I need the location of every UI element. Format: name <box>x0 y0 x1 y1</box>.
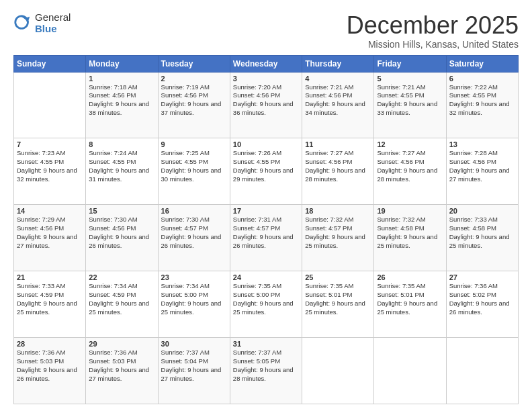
day-number: 18 <box>305 207 371 215</box>
calendar-cell: 15Sunrise: 7:30 AMSunset: 4:56 PMDayligh… <box>86 205 158 271</box>
day-number: 6 <box>449 75 515 83</box>
calendar-week-row: 28Sunrise: 7:36 AMSunset: 5:03 PMDayligh… <box>14 338 519 404</box>
day-info: Sunrise: 7:27 AMSunset: 4:56 PMDaylight:… <box>305 149 371 183</box>
calendar-cell: 23Sunrise: 7:34 AMSunset: 5:00 PMDayligh… <box>158 271 230 338</box>
day-info: Sunrise: 7:27 AMSunset: 4:56 PMDaylight:… <box>377 149 443 183</box>
day-info: Sunrise: 7:21 AMSunset: 4:55 PMDaylight:… <box>377 83 443 118</box>
header-row: Sunday Monday Tuesday Wednesday Thursday… <box>14 55 519 72</box>
day-info: Sunrise: 7:37 AMSunset: 5:05 PMDaylight:… <box>233 349 299 383</box>
day-info: Sunrise: 7:32 AMSunset: 4:57 PMDaylight:… <box>305 216 371 250</box>
day-number: 3 <box>233 75 299 83</box>
day-info: Sunrise: 7:35 AMSunset: 5:01 PMDaylight:… <box>377 282 443 316</box>
calendar-cell: 8Sunrise: 7:24 AMSunset: 4:55 PMDaylight… <box>86 138 158 205</box>
day-info: Sunrise: 7:24 AMSunset: 4:55 PMDaylight:… <box>89 149 154 183</box>
calendar-cell: 5Sunrise: 7:21 AMSunset: 4:55 PMDaylight… <box>374 72 446 138</box>
calendar-cell: 12Sunrise: 7:27 AMSunset: 4:56 PMDayligh… <box>374 138 446 205</box>
logo-general: General <box>35 12 71 24</box>
day-number: 2 <box>161 75 227 83</box>
day-info: Sunrise: 7:30 AMSunset: 4:57 PMDaylight:… <box>161 216 227 250</box>
col-saturday: Saturday <box>446 55 518 72</box>
day-info: Sunrise: 7:22 AMSunset: 4:55 PMDaylight:… <box>449 83 515 118</box>
day-number: 11 <box>305 140 371 148</box>
calendar-cell: 3Sunrise: 7:20 AMSunset: 4:56 PMDaylight… <box>230 72 302 138</box>
calendar-cell: 21Sunrise: 7:33 AMSunset: 4:59 PMDayligh… <box>14 271 86 338</box>
day-number: 16 <box>161 207 227 215</box>
day-number: 13 <box>449 140 515 148</box>
calendar-cell: 29Sunrise: 7:36 AMSunset: 5:03 PMDayligh… <box>86 338 158 404</box>
day-info: Sunrise: 7:33 AMSunset: 4:58 PMDaylight:… <box>449 216 515 250</box>
day-info: Sunrise: 7:35 AMSunset: 5:01 PMDaylight:… <box>305 282 371 316</box>
day-info: Sunrise: 7:21 AMSunset: 4:56 PMDaylight:… <box>305 83 371 118</box>
day-number: 14 <box>17 207 83 215</box>
day-info: Sunrise: 7:37 AMSunset: 5:04 PMDaylight:… <box>161 349 227 383</box>
col-monday: Monday <box>86 55 158 72</box>
day-number: 24 <box>233 273 299 281</box>
day-number: 21 <box>17 273 83 281</box>
calendar-cell: 20Sunrise: 7:33 AMSunset: 4:58 PMDayligh… <box>446 205 518 271</box>
calendar-cell: 19Sunrise: 7:32 AMSunset: 4:58 PMDayligh… <box>374 205 446 271</box>
calendar-week-row: 1Sunrise: 7:18 AMSunset: 4:56 PMDaylight… <box>14 72 519 138</box>
title-section: December 2025 Mission Hills, Kansas, Uni… <box>347 12 519 50</box>
day-info: Sunrise: 7:34 AMSunset: 4:59 PMDaylight:… <box>89 282 154 316</box>
page-header: General Blue December 2025 Mission Hills… <box>13 12 519 50</box>
day-info: Sunrise: 7:31 AMSunset: 4:57 PMDaylight:… <box>233 216 299 250</box>
day-info: Sunrise: 7:33 AMSunset: 4:59 PMDaylight:… <box>17 282 83 316</box>
calendar-week-row: 21Sunrise: 7:33 AMSunset: 4:59 PMDayligh… <box>14 271 519 338</box>
day-info: Sunrise: 7:20 AMSunset: 4:56 PMDaylight:… <box>233 83 299 118</box>
calendar-cell: 25Sunrise: 7:35 AMSunset: 5:01 PMDayligh… <box>302 271 374 338</box>
calendar-cell <box>374 338 446 404</box>
day-info: Sunrise: 7:36 AMSunset: 5:02 PMDaylight:… <box>449 282 515 316</box>
calendar-cell: 14Sunrise: 7:29 AMSunset: 4:56 PMDayligh… <box>14 205 86 271</box>
calendar-cell <box>446 338 518 404</box>
day-info: Sunrise: 7:36 AMSunset: 5:03 PMDaylight:… <box>17 349 83 383</box>
logo-text: General Blue <box>35 12 71 34</box>
calendar-cell: 2Sunrise: 7:19 AMSunset: 4:56 PMDaylight… <box>158 72 230 138</box>
day-number: 1 <box>89 75 154 83</box>
day-number: 10 <box>233 140 299 148</box>
day-info: Sunrise: 7:26 AMSunset: 4:55 PMDaylight:… <box>233 149 299 183</box>
location: Mission Hills, Kansas, United States <box>347 39 519 50</box>
calendar-cell <box>302 338 374 404</box>
calendar-cell: 10Sunrise: 7:26 AMSunset: 4:55 PMDayligh… <box>230 138 302 205</box>
day-info: Sunrise: 7:32 AMSunset: 4:58 PMDaylight:… <box>377 216 443 250</box>
calendar-cell: 27Sunrise: 7:36 AMSunset: 5:02 PMDayligh… <box>446 271 518 338</box>
calendar-table: Sunday Monday Tuesday Wednesday Thursday… <box>13 55 519 404</box>
calendar-cell: 1Sunrise: 7:18 AMSunset: 4:56 PMDaylight… <box>86 72 158 138</box>
day-info: Sunrise: 7:18 AMSunset: 4:56 PMDaylight:… <box>89 83 154 118</box>
day-info: Sunrise: 7:29 AMSunset: 4:56 PMDaylight:… <box>17 216 83 250</box>
logo-icon <box>13 14 32 33</box>
calendar-cell: 9Sunrise: 7:25 AMSunset: 4:55 PMDaylight… <box>158 138 230 205</box>
calendar-cell <box>14 72 86 138</box>
day-number: 30 <box>161 340 227 348</box>
day-info: Sunrise: 7:30 AMSunset: 4:56 PMDaylight:… <box>89 216 154 250</box>
day-number: 5 <box>377 75 443 83</box>
day-number: 28 <box>17 340 83 348</box>
day-info: Sunrise: 7:34 AMSunset: 5:00 PMDaylight:… <box>161 282 227 316</box>
logo: General Blue <box>13 12 71 34</box>
day-number: 25 <box>305 273 371 281</box>
calendar-cell: 22Sunrise: 7:34 AMSunset: 4:59 PMDayligh… <box>86 271 158 338</box>
calendar-cell: 18Sunrise: 7:32 AMSunset: 4:57 PMDayligh… <box>302 205 374 271</box>
day-number: 22 <box>89 273 154 281</box>
day-number: 31 <box>233 340 299 348</box>
day-number: 7 <box>17 140 83 148</box>
calendar-cell: 4Sunrise: 7:21 AMSunset: 4:56 PMDaylight… <box>302 72 374 138</box>
day-number: 27 <box>449 273 515 281</box>
calendar-cell: 26Sunrise: 7:35 AMSunset: 5:01 PMDayligh… <box>374 271 446 338</box>
day-info: Sunrise: 7:25 AMSunset: 4:55 PMDaylight:… <box>161 149 227 183</box>
calendar-cell: 17Sunrise: 7:31 AMSunset: 4:57 PMDayligh… <box>230 205 302 271</box>
day-number: 20 <box>449 207 515 215</box>
col-thursday: Thursday <box>302 55 374 72</box>
logo-blue: Blue <box>35 24 71 35</box>
day-number: 15 <box>89 207 154 215</box>
day-number: 26 <box>377 273 443 281</box>
month-title: December 2025 <box>347 12 519 39</box>
calendar-week-row: 14Sunrise: 7:29 AMSunset: 4:56 PMDayligh… <box>14 205 519 271</box>
col-friday: Friday <box>374 55 446 72</box>
calendar-cell: 16Sunrise: 7:30 AMSunset: 4:57 PMDayligh… <box>158 205 230 271</box>
col-wednesday: Wednesday <box>230 55 302 72</box>
day-info: Sunrise: 7:35 AMSunset: 5:00 PMDaylight:… <box>233 282 299 316</box>
day-number: 8 <box>89 140 154 148</box>
day-number: 29 <box>89 340 154 348</box>
calendar-cell: 30Sunrise: 7:37 AMSunset: 5:04 PMDayligh… <box>158 338 230 404</box>
